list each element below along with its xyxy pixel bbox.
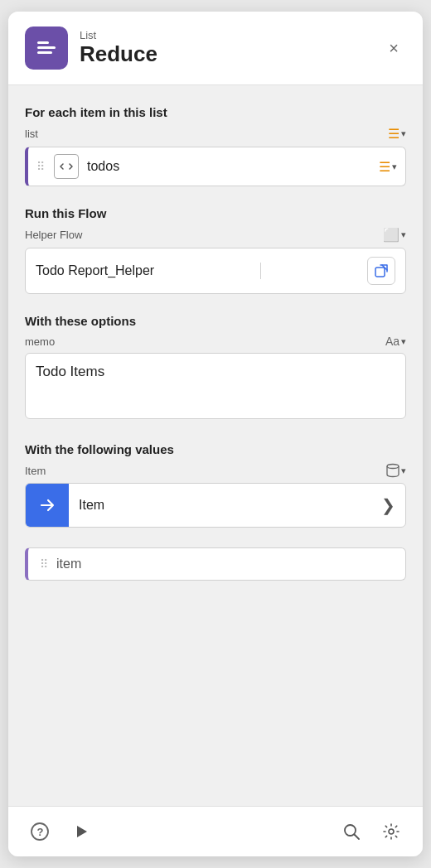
svg-rect-1: [37, 46, 56, 49]
for-each-list-icon-btn[interactable]: ☰ ▾: [388, 126, 406, 142]
value-field-row: Item ❯: [25, 483, 406, 528]
values-section: With the following values Item ▾ I: [25, 442, 406, 528]
for-each-field-row: list ☰ ▾: [25, 126, 406, 142]
run-flow-field-name: Helper Flow: [25, 229, 82, 241]
helper-flow-icon-btn[interactable]: ⬜ ▾: [383, 227, 406, 243]
todos-card[interactable]: ⠿ todos ☰ ▾: [25, 147, 406, 186]
footer-right: [340, 820, 403, 843]
svg-marker-7: [77, 826, 87, 837]
close-button[interactable]: ×: [381, 36, 406, 60]
values-field-name: Item: [25, 465, 46, 477]
play-button[interactable]: [68, 818, 94, 845]
todos-text: todos: [87, 159, 370, 174]
values-label: With the following values: [25, 442, 406, 456]
flow-name-text: Todo Report_Helper: [36, 263, 154, 278]
value-item-text: Item: [69, 498, 371, 513]
aa-icon-btn[interactable]: Aa ▾: [385, 335, 406, 348]
aa-text-icon: Aa: [385, 335, 400, 348]
memo-textarea[interactable]: [25, 353, 406, 419]
code-icon: [54, 154, 79, 179]
open-flow-button[interactable]: [367, 257, 395, 285]
item-pill[interactable]: ⠿ item: [25, 547, 406, 581]
flow-input-row: Todo Report_Helper: [25, 248, 406, 294]
svg-text:?: ?: [37, 826, 44, 838]
help-button[interactable]: ?: [28, 820, 51, 843]
run-flow-label: Run this Flow: [25, 206, 406, 220]
panel: List Reduce × For each item in this list…: [8, 12, 423, 856]
header-title: Reduce: [80, 41, 157, 67]
run-flow-section: Run this Flow Helper Flow ⬜ ▾ Todo Repor…: [25, 206, 406, 294]
for-each-field-name: list: [25, 128, 38, 140]
value-expand-icon[interactable]: ❯: [371, 495, 405, 515]
svg-line-9: [355, 835, 360, 840]
header: List Reduce ×: [8, 12, 423, 85]
svg-rect-2: [37, 51, 52, 54]
orange-list-icon: ☰: [388, 126, 400, 142]
settings-button[interactable]: [380, 820, 403, 843]
cylinder-icon: ⬜: [383, 227, 400, 243]
helper-flow-chevron-icon: ▾: [401, 229, 406, 240]
values-cylinder-icon-btn[interactable]: ▾: [386, 463, 406, 478]
options-label: With these options: [25, 314, 406, 328]
svg-rect-3: [375, 268, 385, 277]
footer-left: ?: [28, 818, 94, 845]
options-section: With these options memo Aa ▾: [25, 314, 406, 422]
header-icon: [25, 27, 68, 70]
values-field-row: Item ▾: [25, 463, 406, 478]
drag-handle-icon: ⠿: [36, 160, 46, 173]
header-text: List Reduce: [80, 29, 157, 67]
header-subtitle: List: [80, 29, 157, 41]
todos-orange-list-icon: ☰: [379, 159, 390, 175]
chevron-down-icon: ▾: [401, 128, 406, 139]
footer: ?: [8, 806, 423, 856]
content: For each item in this list list ☰ ▾ ⠿ to…: [8, 85, 423, 806]
search-button[interactable]: [340, 820, 363, 843]
todos-chevron-icon: ▾: [392, 162, 397, 172]
options-field-row: memo Aa ▾: [25, 335, 406, 348]
for-each-section: For each item in this list list ☰ ▾ ⠿ to…: [25, 105, 406, 186]
svg-point-4: [387, 465, 399, 469]
pill-item-text: item: [56, 557, 81, 571]
for-each-label: For each item in this list: [25, 105, 406, 119]
todos-list-icon-btn[interactable]: ☰ ▾: [379, 159, 397, 175]
svg-point-10: [389, 829, 394, 834]
aa-chevron-icon: ▾: [401, 336, 406, 347]
cylinder-db-icon: [386, 463, 400, 478]
value-arrow-button[interactable]: [26, 484, 69, 527]
values-chevron-icon: ▾: [401, 465, 406, 476]
divider: [260, 263, 261, 279]
options-field-name: memo: [25, 335, 55, 348]
svg-rect-0: [37, 41, 49, 44]
pill-drag-icon: ⠿: [40, 557, 48, 571]
run-flow-field-row: Helper Flow ⬜ ▾: [25, 227, 406, 243]
header-left: List Reduce: [25, 27, 157, 70]
